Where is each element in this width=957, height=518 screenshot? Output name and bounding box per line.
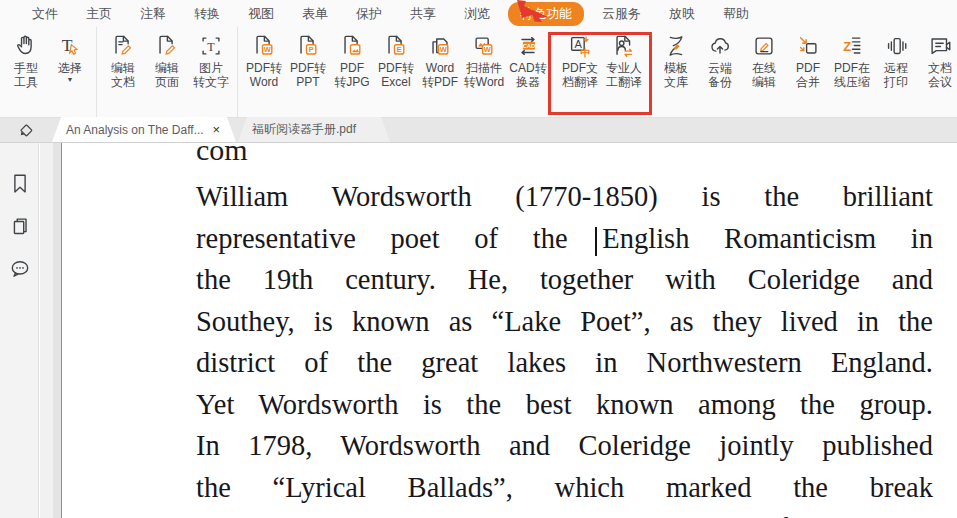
edit-page-button[interactable]: 编辑页面 <box>145 27 189 117</box>
cad-converter-button[interactable]: CADCAD转换器 <box>506 27 550 117</box>
menu-item-convert[interactable]: 转换 <box>180 2 234 26</box>
menu-item-home[interactable]: 主页 <box>72 2 126 26</box>
toolbar-group: 模板文库云端备份在线编辑PDF合并ZPDF在线压缩远程打印文档会议 <box>650 27 957 117</box>
pdf-to-jpg-button[interactable]: PDF转JPG <box>330 27 374 117</box>
menu-item-form[interactable]: 表单 <box>288 2 342 26</box>
pages-icon <box>7 226 33 243</box>
chevron-down-icon[interactable]: ▼ <box>67 76 74 83</box>
sidebar-gutter <box>40 143 53 518</box>
edit-page-icon <box>154 33 180 59</box>
doc-meeting-button[interactable]: 文档会议 <box>918 27 957 117</box>
document-text-line: In 1798, Wordsworth and Coleridge jointl… <box>196 425 933 467</box>
online-edit-button[interactable]: 在线编辑 <box>742 27 786 117</box>
pdf-page[interactable]: com William Wordsworth (1770-1850) is th… <box>61 143 957 518</box>
document-text-line: the 19th century. He, together with Cole… <box>196 259 933 301</box>
navigation-sidebar <box>0 143 39 518</box>
pdf-translate-button[interactable]: A中PDF文档翻译 <box>558 27 602 117</box>
select-text-icon: T <box>57 33 83 59</box>
svg-text:W: W <box>264 45 271 54</box>
hand-tool-label: 手型工具 <box>14 61 38 89</box>
menu-item-help[interactable]: 帮助 <box>709 2 763 26</box>
svg-text:W: W <box>484 45 491 54</box>
document-text-line: Southey, is known as “Lake Poet”, as the… <box>196 301 933 343</box>
menu-item-slideshow[interactable]: 放映 <box>655 2 709 26</box>
pdf-compress-icon: Z <box>839 33 865 59</box>
document-text-line: the “Lyrical Ballads”, which marked the … <box>196 467 933 509</box>
menu-item-share[interactable]: 共享 <box>396 2 450 26</box>
document-text-line: with the conventional poetical tradition… <box>196 508 933 518</box>
pdf-to-word-icon: W <box>251 33 277 59</box>
page-gutter <box>53 143 61 518</box>
hand-tool-button[interactable]: 手型工具 <box>4 27 48 117</box>
svg-text:CAD: CAD <box>523 43 535 49</box>
document-text-line: William Wordsworth (1770-1850) is the br… <box>196 176 933 218</box>
edit-document-button[interactable]: 编辑文档 <box>101 27 145 117</box>
clipped-text-fragment: com <box>196 143 248 167</box>
pdf-to-ppt-icon: P <box>295 33 321 59</box>
document-text-line: district of the great lakes in Northwest… <box>196 342 933 384</box>
remote-print-button[interactable]: 远程打印 <box>874 27 918 117</box>
toolbar-group: 编辑文档编辑页面T图片转文字 <box>97 27 238 117</box>
sidebar-item-pages[interactable] <box>7 214 33 240</box>
pdf-to-ppt-label: PDF转PPT <box>290 61 326 89</box>
scan-to-word-button[interactable]: W扫描件转Word <box>462 27 506 117</box>
select-tool-label: 选择 <box>58 61 82 75</box>
menu-item-protect[interactable]: 保护 <box>342 2 396 26</box>
edit-document-label: 编辑文档 <box>111 61 135 89</box>
pdf-compress-label: PDF在线压缩 <box>834 61 870 89</box>
document-text-line: representative poet of the English Roman… <box>196 218 933 260</box>
edit-page-label: 编辑页面 <box>155 61 179 89</box>
menu-item-browse[interactable]: 浏览 <box>450 2 504 26</box>
menu-item-view[interactable]: 视图 <box>234 2 288 26</box>
pdf-merge-icon <box>795 33 821 59</box>
toolbar-group-highlighted: A中PDF文档翻译专业人工翻译 <box>554 27 650 117</box>
doc-meeting-label: 文档会议 <box>928 61 952 89</box>
pdf-to-ppt-button[interactable]: PPDF转PPT <box>286 27 330 117</box>
eraser-tool-button[interactable] <box>0 117 52 142</box>
cloud-backup-button[interactable]: 云端备份 <box>698 27 742 117</box>
document-tab-2[interactable]: 福昕阅读器手册.pdf <box>238 117 390 142</box>
human-translate-label: 专业人工翻译 <box>606 61 642 89</box>
pdf-to-jpg-label: PDF转JPG <box>334 61 369 89</box>
menu-item-special-features[interactable]: 特色功能 <box>508 2 584 26</box>
pdf-to-jpg-icon <box>339 33 365 59</box>
ribbon-toolbar: 手型工具T选择▼编辑文档编辑页面T图片转文字WPDF转WordPPDF转PPTP… <box>0 27 957 118</box>
sidebar-item-bookmarks[interactable] <box>7 171 33 197</box>
human-translate-button[interactable]: 专业人工翻译 <box>602 27 646 117</box>
svg-text:T: T <box>207 40 215 54</box>
svg-text:中: 中 <box>580 47 590 58</box>
image-to-text-icon: T <box>198 33 224 59</box>
cad-converter-icon: CAD <box>515 33 541 59</box>
pdf-compress-button[interactable]: ZPDF在线压缩 <box>830 27 874 117</box>
select-tool-button[interactable]: T选择▼ <box>48 27 92 117</box>
main-area: com William Wordsworth (1770-1850) is th… <box>0 143 957 518</box>
comments-icon <box>7 268 33 285</box>
cloud-backup-label: 云端备份 <box>708 61 732 89</box>
template-library-label: 模板文库 <box>664 61 688 89</box>
menu-item-cloud-services[interactable]: 云服务 <box>588 2 655 26</box>
pdf-to-word-button[interactable]: WPDF转Word <box>242 27 286 117</box>
online-edit-label: 在线编辑 <box>752 61 776 89</box>
sidebar-item-comments[interactable] <box>7 256 33 282</box>
bookmark-icon <box>7 183 33 200</box>
pdf-reader-window: 文件主页注释转换视图表单保护共享浏览特色功能云服务放映帮助 手型工具T选择▼编辑… <box>0 0 957 518</box>
cad-converter-label: CAD转换器 <box>509 61 546 89</box>
doc-meeting-icon <box>927 33 953 59</box>
word-to-pdf-button[interactable]: WWord转PDF <box>418 27 462 117</box>
pdf-translate-icon: A中 <box>567 33 593 59</box>
template-library-button[interactable]: 模板文库 <box>654 27 698 117</box>
edit-document-icon <box>110 33 136 59</box>
pdf-to-excel-label: PDF转Excel <box>378 61 414 89</box>
menu-bar: 文件主页注释转换视图表单保护共享浏览特色功能云服务放映帮助 <box>0 0 957 27</box>
image-to-text-button[interactable]: T图片转文字 <box>189 27 233 117</box>
svg-text:Z: Z <box>843 39 851 54</box>
document-tab-1[interactable]: An Analysis on The Daff...× <box>52 117 236 142</box>
pdf-merge-label: PDF合并 <box>796 61 820 89</box>
menu-item-comment[interactable]: 注释 <box>126 2 180 26</box>
svg-text:P: P <box>309 45 314 54</box>
human-translate-icon <box>611 33 637 59</box>
pdf-merge-button[interactable]: PDF合并 <box>786 27 830 117</box>
menu-item-file[interactable]: 文件 <box>18 2 72 26</box>
pdf-to-excel-button[interactable]: EPDF转Excel <box>374 27 418 117</box>
close-icon[interactable]: × <box>210 122 222 137</box>
